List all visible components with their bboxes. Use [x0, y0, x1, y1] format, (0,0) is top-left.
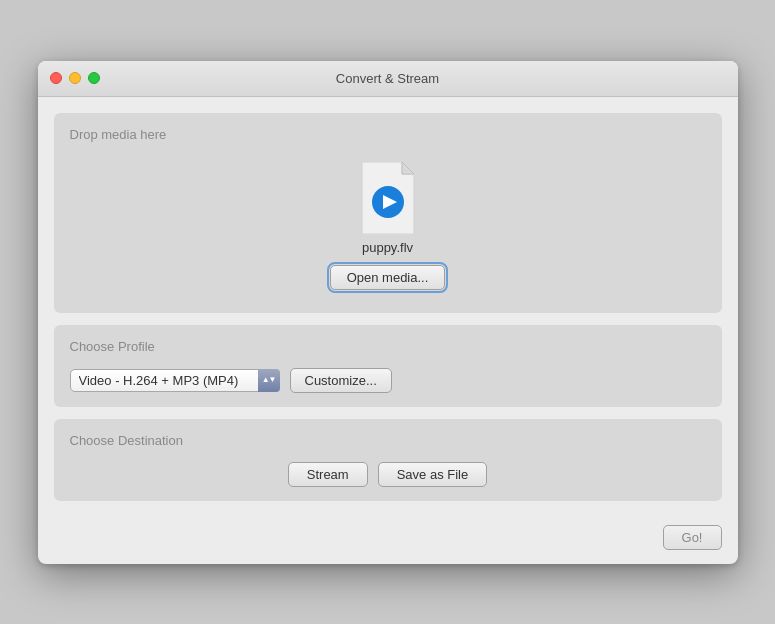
window-footer: Go! [38, 517, 738, 564]
customize-button[interactable]: Customize... [290, 368, 392, 393]
main-window: Convert & Stream Drop media here [38, 61, 738, 564]
maximize-button[interactable] [88, 72, 100, 84]
destination-buttons: Stream Save as File [70, 462, 706, 487]
titlebar: Convert & Stream [38, 61, 738, 97]
choose-profile-section: Choose Profile Video - H.264 + MP3 (MP4)… [54, 325, 722, 407]
window-title: Convert & Stream [336, 71, 439, 86]
go-button[interactable]: Go! [663, 525, 722, 550]
destination-section-title: Choose Destination [70, 433, 706, 448]
close-button[interactable] [50, 72, 62, 84]
profile-select[interactable]: Video - H.264 + MP3 (MP4) Video - H.265 … [70, 369, 280, 392]
profile-row: Video - H.264 + MP3 (MP4) Video - H.265 … [70, 368, 706, 393]
drop-media-title: Drop media here [70, 127, 167, 142]
save-as-file-button[interactable]: Save as File [378, 462, 488, 487]
profile-section-title: Choose Profile [70, 339, 706, 354]
profile-select-wrapper: Video - H.264 + MP3 (MP4) Video - H.265 … [70, 369, 280, 392]
file-display: puppy.flv Open media... [330, 162, 446, 290]
file-icon [358, 162, 418, 234]
window-content: Drop media here puppy.flv Open media... [38, 97, 738, 517]
minimize-button[interactable] [69, 72, 81, 84]
open-media-button[interactable]: Open media... [330, 265, 446, 290]
stream-button[interactable]: Stream [288, 462, 368, 487]
choose-destination-section: Choose Destination Stream Save as File [54, 419, 722, 501]
file-name: puppy.flv [362, 240, 413, 255]
drop-media-section: Drop media here puppy.flv Open media... [54, 113, 722, 313]
traffic-lights [50, 72, 100, 84]
